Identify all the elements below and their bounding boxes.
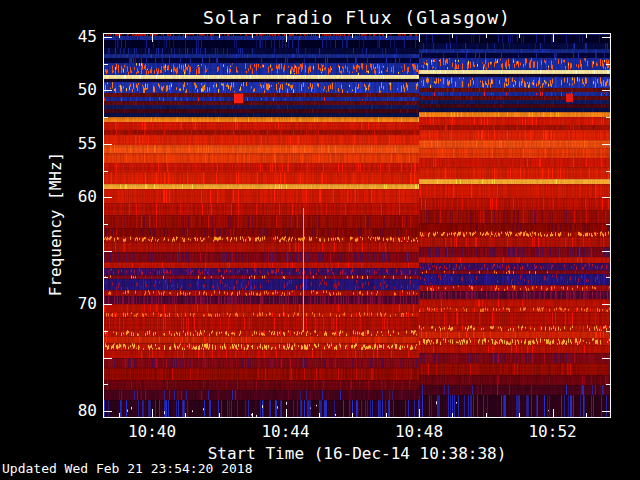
x-tick-label: 10:44 [246,423,326,441]
y-tick-label: 60 [55,188,97,206]
updated-timestamp: Updated Wed Feb 21 23:54:20 2018 [2,461,252,476]
y-tick-label: 55 [55,135,97,153]
chart-title: Solar radio Flux (Glasgow) [103,7,611,28]
spectrogram-canvas [103,33,611,418]
y-tick-label: 45 [55,28,97,46]
x-tick-label: 10:40 [112,423,192,441]
x-tick-label: 10:48 [379,423,459,441]
y-tick-label: 80 [55,402,97,420]
y-axis-label: Frequency [MHz] [46,152,65,297]
y-tick-label: 70 [55,295,97,313]
y-tick-label: 50 [55,81,97,99]
x-tick-label: 10:52 [513,423,593,441]
spectrogram-page: Solar radio Flux (Glasgow) Frequency [MH… [0,0,640,480]
